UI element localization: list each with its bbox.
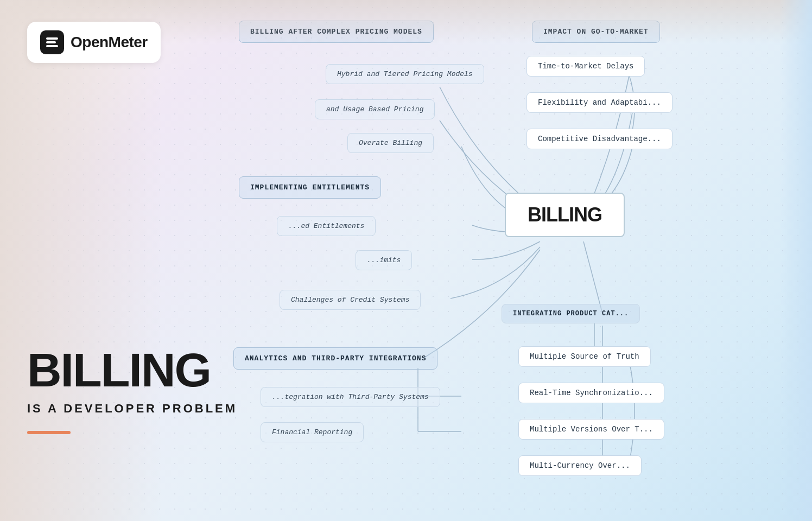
overage-billing-node: Overate Billing bbox=[347, 133, 434, 153]
multiple-versions-node: Multiple Versions Over T... bbox=[518, 419, 664, 440]
logo-container: OpenMeter bbox=[27, 22, 161, 63]
flexibility-node: Flexibility and Adaptabi... bbox=[526, 92, 673, 113]
usage-pricing-node: and Usage Based Pricing bbox=[315, 99, 435, 119]
competitive-node: Competitive Disadvantage... bbox=[526, 129, 673, 149]
multiple-source-node: Multiple Source of Truth bbox=[518, 346, 651, 367]
hero-title: BILLING bbox=[27, 347, 255, 393]
logo-bar-1 bbox=[46, 37, 58, 40]
time-to-market-node: Time-to-Market Delays bbox=[526, 56, 645, 77]
logo-text: OpenMeter bbox=[71, 34, 148, 51]
left-panel: OpenMeter BILLING IS A DEVELOPER PROBLEM bbox=[0, 0, 282, 521]
logo-bar-3 bbox=[46, 45, 58, 47]
hero-content: BILLING IS A DEVELOPER PROBLEM bbox=[27, 347, 255, 434]
logo-icon-bars bbox=[43, 33, 61, 52]
logo-bar-2 bbox=[46, 41, 56, 43]
feature-entitlements-node: ...ed Entitlements bbox=[277, 216, 376, 236]
tiered-pricing-node: Hybrid and Tiered Pricing Models bbox=[326, 64, 484, 84]
connector-lines bbox=[206, 0, 812, 521]
integration-third-party-node: ...tegration with Third-Party Systems bbox=[261, 387, 440, 407]
hero-subtitle: IS A DEVELOPER PROBLEM bbox=[27, 402, 255, 416]
hero-accent bbox=[27, 431, 71, 434]
real-time-sync-node: Real-Time Synchronizatio... bbox=[518, 383, 664, 403]
logo-icon bbox=[40, 30, 64, 54]
billing-center-node: BILLING bbox=[505, 193, 625, 237]
diagram-wrapper: BILLING AFTER COMPLEX PRICING MODELS Hyb… bbox=[206, 0, 812, 521]
multi-currency-node: Multi-Currency Over... bbox=[518, 455, 642, 476]
limits-node: ...imits bbox=[356, 250, 412, 270]
go-to-market-header: IMPACT ON GO-TO-MARKET bbox=[532, 21, 660, 43]
integrating-header: INTEGRATING PRODUCT CAT... bbox=[502, 304, 640, 323]
credit-systems-node: Challenges of Credit Systems bbox=[280, 290, 421, 310]
